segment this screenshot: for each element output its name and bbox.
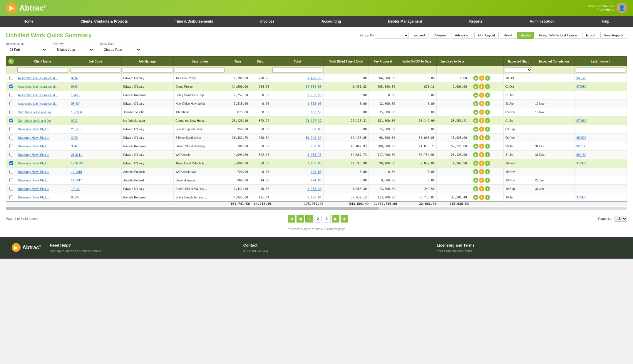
total-link[interactable]: 1,488.30 (307, 187, 321, 191)
total-link[interactable]: 5,066.84 (307, 196, 321, 199)
row-checkbox-cell[interactable] (6, 82, 16, 91)
lastinvoice-link[interactable]: 979976 (576, 196, 586, 199)
action-orange-icon[interactable]: $ (479, 135, 484, 140)
jobcode-link[interactable]: 13-1006 (71, 111, 82, 114)
client-link[interactable]: Dressings Howe Pty Ltd (18, 153, 49, 156)
row-checkbox-cell[interactable] (6, 185, 16, 193)
action-green-icon[interactable]: ▶ (473, 135, 478, 140)
assign-wip-button[interactable]: Assign WIP to Last Invoice (535, 32, 581, 39)
row-checkbox[interactable] (9, 93, 13, 97)
action-green-icon[interactable]: ▶ (473, 109, 478, 115)
expand-button[interactable]: Expand (410, 32, 428, 39)
prev-page-button[interactable]: ◀ (297, 215, 304, 223)
row-checkbox-cell[interactable] (6, 108, 16, 117)
row-checkbox-cell[interactable] (6, 159, 16, 168)
action-plus-icon[interactable]: + (485, 127, 490, 132)
nav-admin[interactable]: Administration (525, 16, 559, 27)
filter-by-select[interactable]: Billable Jobs All Jobs (53, 46, 94, 53)
search-description[interactable] (175, 68, 225, 73)
action-green-icon[interactable]: ▶ (473, 127, 478, 132)
advanced-button[interactable]: Advanced (451, 32, 473, 39)
client-link[interactable]: Dressings Howe Pty Ltd (18, 128, 49, 131)
jobcode-link[interactable]: 08107 (71, 196, 79, 199)
action-orange-icon[interactable]: $ (479, 161, 484, 166)
action-green-icon[interactable]: ▶ (473, 101, 478, 106)
action-plus-icon[interactable]: + (485, 109, 490, 115)
lastinvoice-link[interactable]: 980130 (576, 145, 586, 148)
page-3-button[interactable]: 3 (323, 215, 331, 223)
jobcode-link[interactable]: 21-0211 (71, 153, 82, 156)
action-orange-icon[interactable]: $ (479, 75, 484, 81)
client-link[interactable]: Associated Life Insurance M… (18, 85, 58, 88)
client-link[interactable]: Dressings Howe Pty Ltd (18, 170, 49, 173)
action-orange-icon[interactable]: $ (479, 127, 484, 132)
export-button[interactable]: Export (582, 32, 599, 39)
col-refresh[interactable]: ↻ (6, 57, 16, 66)
row-checkbox[interactable] (9, 170, 13, 173)
action-plus-icon[interactable]: + (485, 84, 490, 89)
action-orange-icon[interactable]: $ (479, 84, 484, 89)
client-link[interactable]: Dressings Howe Pty Ltd (18, 162, 49, 165)
action-orange-icon[interactable]: $ (479, 144, 484, 149)
row-checkbox-cell[interactable] (6, 151, 16, 159)
nav-debtor[interactable]: Debtor Management (384, 16, 426, 27)
action-plus-icon[interactable]: + (485, 135, 490, 140)
nav-reports[interactable]: Reports (465, 16, 487, 27)
action-green-icon[interactable]: ▶ (473, 84, 478, 89)
row-checkbox[interactable] (9, 161, 13, 165)
row-checkbox[interactable] (9, 110, 13, 114)
group-by-select[interactable]: Client Job Manager (375, 32, 409, 39)
next-page-button[interactable]: ▶ (332, 215, 339, 223)
total-link[interactable]: 1,315.00 (307, 102, 321, 105)
row-checkbox[interactable] (9, 153, 13, 156)
client-link[interactable]: Dressings Howe Pty Ltd (18, 179, 49, 182)
jobcode-link[interactable]: 9993 (71, 85, 78, 88)
total-link[interactable]: 14,834.00 (306, 85, 321, 88)
row-checkbox-cell[interactable] (6, 74, 16, 82)
action-orange-icon[interactable]: $ (479, 186, 484, 191)
page-1-button[interactable]: 1 (305, 215, 313, 223)
action-green-icon[interactable]: ▶ (473, 118, 478, 123)
row-checkbox[interactable] (9, 136, 13, 139)
row-checkbox-cell[interactable] (6, 125, 16, 134)
client-link[interactable]: Curruthers Leslie and Joy (18, 119, 51, 122)
lastinvoice-link[interactable]: 979980 (576, 85, 586, 88)
action-plus-icon[interactable]: + (485, 169, 490, 174)
jobcode-link[interactable]: 9994 (71, 77, 78, 80)
action-plus-icon[interactable]: + (485, 144, 490, 149)
page-2-button[interactable]: 2 (314, 215, 322, 223)
action-green-icon[interactable]: ▶ (473, 195, 478, 200)
collapse-button[interactable]: Collapse (430, 32, 450, 39)
action-orange-icon[interactable]: $ (479, 178, 484, 183)
action-green-icon[interactable]: ▶ (473, 161, 478, 166)
total-link[interactable]: 2,752.50 (307, 94, 321, 97)
jobcode-link[interactable]: Y10-DH (71, 128, 82, 131)
apply-button[interactable]: Apply (517, 32, 534, 39)
row-checkbox-cell[interactable] (6, 193, 16, 202)
jobcode-link[interactable]: 1849B (71, 94, 80, 97)
total-link[interactable]: 350.00 (311, 128, 321, 131)
search-client[interactable] (17, 68, 68, 73)
action-plus-icon[interactable]: + (485, 101, 490, 106)
action-plus-icon[interactable]: + (485, 92, 490, 98)
action-plus-icon[interactable]: + (485, 75, 490, 81)
client-link[interactable]: Associated Life Insurance M… (18, 102, 58, 105)
action-green-icon[interactable]: ▶ (473, 152, 478, 157)
row-checkbox[interactable] (9, 76, 13, 80)
client-link[interactable]: Dressings Howe Pty Ltd (18, 187, 49, 191)
search-jobcode[interactable] (71, 68, 120, 73)
reset-button[interactable]: Reset (500, 32, 516, 39)
row-checkbox[interactable] (9, 102, 13, 105)
nav-clients[interactable]: Clients, Contacts & Projects (76, 16, 132, 27)
search-total[interactable] (272, 68, 322, 73)
total-link[interactable]: 180.00 (311, 145, 321, 148)
nav-home[interactable]: Home (19, 16, 37, 27)
jobcode-link[interactable]: 19 323DH (71, 162, 84, 165)
row-checkbox-cell[interactable] (6, 91, 16, 100)
row-checkbox-cell[interactable] (6, 142, 16, 151)
action-orange-icon[interactable]: $ (479, 92, 484, 98)
total-link[interactable]: 883.50 (311, 111, 321, 114)
row-checkbox[interactable] (9, 119, 13, 122)
nav-accounting[interactable]: Accounting (317, 16, 345, 27)
row-checkbox[interactable] (9, 178, 13, 182)
